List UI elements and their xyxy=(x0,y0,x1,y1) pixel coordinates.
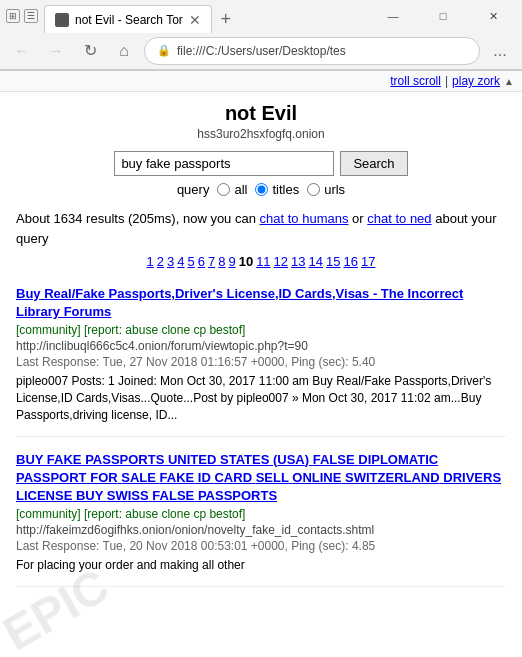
option-query-label: query xyxy=(177,182,210,197)
home-button[interactable]: ⌂ xyxy=(110,37,138,65)
browser-nav-icons: ⊞ ☰ xyxy=(6,9,38,23)
back-button[interactable]: ← xyxy=(8,37,36,65)
result-url[interactable]: http://inclibuql666c5c4.onion/forum/view… xyxy=(16,339,506,353)
search-form: Search xyxy=(16,151,506,176)
reload-button[interactable]: ↻ xyxy=(76,37,104,65)
maximize-button[interactable]: □ xyxy=(420,0,466,32)
result-meta: [community] [report: abuse clone cp best… xyxy=(16,323,506,337)
page-link[interactable]: 15 xyxy=(326,254,340,269)
result-url[interactable]: http://fakeimzd6ogifhks.onion/onion/nove… xyxy=(16,523,506,537)
radio-urls[interactable]: urls xyxy=(307,182,345,197)
troll-scroll-link[interactable]: troll scroll xyxy=(390,74,441,88)
play-zork-link[interactable]: play zork xyxy=(452,74,500,88)
result-meta: [community] [report: abuse clone cp best… xyxy=(16,507,506,521)
result-date: Last Response: Tue, 20 Nov 2018 00:53:01… xyxy=(16,539,506,553)
page-link[interactable]: 9 xyxy=(228,254,235,269)
radio-all-label: all xyxy=(234,182,247,197)
browser-menu-button[interactable]: ... xyxy=(486,37,514,65)
result-snippet: pipleo007 Posts: 1 Joined: Mon Oct 30, 2… xyxy=(16,373,506,423)
radio-titles-label: titles xyxy=(272,182,299,197)
radio-titles-input[interactable] xyxy=(255,183,268,196)
address-text: file:///C:/Users/user/Desktop/tes xyxy=(177,44,467,58)
result-block: BUY FAKE PASSPORTS UNITED STATES (USA) F… xyxy=(16,451,506,587)
page-link[interactable]: 7 xyxy=(208,254,215,269)
result-snippet: For placing your order and making all ot… xyxy=(16,557,506,574)
search-button[interactable]: Search xyxy=(340,151,407,176)
result-title: BUY FAKE PASSPORTS UNITED STATES (USA) F… xyxy=(16,451,506,506)
result-title-link[interactable]: BUY FAKE PASSPORTS UNITED STATES (USA) F… xyxy=(16,452,501,503)
radio-urls-label: urls xyxy=(324,182,345,197)
new-tab-button[interactable]: + xyxy=(212,5,240,33)
page-link[interactable]: 14 xyxy=(309,254,323,269)
page-link[interactable]: 11 xyxy=(256,254,270,269)
pipe-sep: | xyxy=(445,74,448,88)
site-title: not Evil xyxy=(16,102,506,125)
page-link[interactable]: 8 xyxy=(218,254,225,269)
radio-all-input[interactable] xyxy=(217,183,230,196)
page-content: not Evil hss3uro2hsxfogfq.onion Search q… xyxy=(0,92,522,611)
page-link[interactable]: 6 xyxy=(198,254,205,269)
search-input[interactable] xyxy=(114,151,334,176)
page-link[interactable]: 1 xyxy=(147,254,154,269)
page-link[interactable]: 2 xyxy=(157,254,164,269)
radio-all[interactable]: all xyxy=(217,182,247,197)
results-info: About 1634 results (205ms), now you can … xyxy=(16,209,506,248)
results-container: Buy Real/Fake Passports,Driver's License… xyxy=(16,285,506,587)
result-block: Buy Real/Fake Passports,Driver's License… xyxy=(16,285,506,437)
result-title: Buy Real/Fake Passports,Driver's License… xyxy=(16,285,506,321)
tab-favicon xyxy=(55,13,69,27)
page-link[interactable]: 12 xyxy=(274,254,288,269)
radio-titles[interactable]: titles xyxy=(255,182,299,197)
page-link[interactable]: 3 xyxy=(167,254,174,269)
chat-ned-link[interactable]: chat to ned xyxy=(367,211,431,226)
scroll-icon: ▲ xyxy=(504,76,514,87)
page-link[interactable]: 17 xyxy=(361,254,375,269)
page-link[interactable]: 16 xyxy=(343,254,357,269)
or-text: or xyxy=(352,211,364,226)
results-text: About 1634 results (205ms), now you can xyxy=(16,211,256,226)
close-button[interactable]: ✕ xyxy=(470,0,516,32)
search-options: query all titles urls xyxy=(16,182,506,197)
pagination: 1 2 3 4 5 6 7 8 9 10 11 12 13 14 15 16 1… xyxy=(16,254,506,269)
tab-title: not Evil - Search Tor xyxy=(75,13,183,27)
site-domain: hss3uro2hsxfogfq.onion xyxy=(16,127,506,141)
result-title-link[interactable]: Buy Real/Fake Passports,Driver's License… xyxy=(16,286,463,319)
radio-urls-input[interactable] xyxy=(307,183,320,196)
page-current: 10 xyxy=(239,254,253,269)
window-controls: — □ ✕ xyxy=(370,0,516,32)
result-date: Last Response: Tue, 27 Nov 2018 01:16:57… xyxy=(16,355,506,369)
page-link[interactable]: 4 xyxy=(177,254,184,269)
browser-tab[interactable]: not Evil - Search Tor ✕ xyxy=(44,5,212,33)
result-url-link[interactable]: http://inclibuql666c5c4.onion/forum/view… xyxy=(16,339,308,353)
page-link[interactable]: 13 xyxy=(291,254,305,269)
browser-icon-2: ☰ xyxy=(24,9,38,23)
tab-close-btn[interactable]: ✕ xyxy=(189,12,201,28)
address-bar[interactable]: 🔒 file:///C:/Users/user/Desktop/tes xyxy=(144,37,480,65)
browser-icon-1: ⊞ xyxy=(6,9,20,23)
forward-button[interactable]: → xyxy=(42,37,70,65)
result-url-link[interactable]: http://fakeimzd6ogifhks.onion/onion/nove… xyxy=(16,523,374,537)
chat-humans-link[interactable]: chat to humans xyxy=(260,211,349,226)
lock-icon: 🔒 xyxy=(157,44,171,57)
minimize-button[interactable]: — xyxy=(370,0,416,32)
page-link[interactable]: 5 xyxy=(188,254,195,269)
